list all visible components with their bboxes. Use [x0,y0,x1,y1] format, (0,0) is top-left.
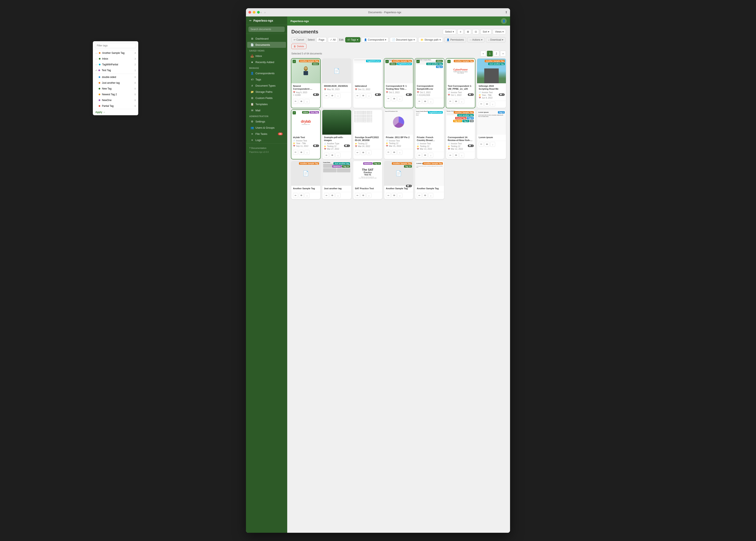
document-card[interactable]: Lorem ipsum Lorem ipsum dolor sit amet, … [477,110,506,159]
sidebar-item-settings[interactable]: ⚙ Settings [247,119,286,125]
user-avatar[interactable]: 👤 [501,18,507,24]
download-button[interactable]: ↓ [335,93,340,98]
sidebar-item-logs[interactable]: ≡ Logs [247,137,286,143]
download-button[interactable]: ↓ [428,193,433,198]
cancel-button[interactable]: ↩ Cancel [291,37,306,42]
document-card[interactable]: French Country Bread Revised Ingredients… [415,110,444,159]
download-button[interactable]: ↓ [397,150,402,155]
page-2-button[interactable]: 2 [494,51,499,57]
preview-button[interactable]: 👁 [392,96,397,101]
minimize-button[interactable] [253,11,255,14]
permissions-button[interactable]: 👤 Permissions [444,37,466,42]
preview-button[interactable]: 👁 [299,193,304,198]
document-card[interactable]: Serial Number Company Name... [415,59,444,108]
preview-button[interactable]: 👁 [454,153,458,158]
sidebar-item-tags[interactable]: 🏷 Tags [247,77,286,83]
download-button[interactable]: ↓ [335,193,340,198]
maximize-button[interactable] [257,11,260,14]
edit-button[interactable]: ✏ [386,96,391,101]
edit-button[interactable]: ✏ [324,153,329,158]
preview-button[interactable]: 👁 [330,93,335,98]
download-button[interactable]: ↓ [366,193,371,198]
preview-button[interactable]: 👁 [392,193,397,198]
page-1-button[interactable]: 1 [487,51,493,57]
close-button[interactable] [248,11,251,14]
edit-button[interactable]: ✏ [479,102,484,107]
doc-checkbox[interactable]: ✓ [416,60,420,63]
download-button[interactable]: ↓ [490,102,495,107]
preview-button[interactable]: 👁 [392,150,397,155]
preview-button[interactable]: 👁 [454,99,458,104]
tags-button[interactable]: 🏷 Tags ▾ [345,37,360,42]
preview-button[interactable]: 👁 [330,193,335,198]
sidebar-item-recently-added[interactable]: ★ Recently Added [247,59,286,65]
preview-button[interactable]: 👁 [423,99,428,104]
storage-path-button[interactable]: 📁 Storage path ▾ [418,37,443,42]
download-button[interactable]: ↓ Download ▾ [486,37,506,42]
sidebar-item-documents[interactable]: 📄 Documents [247,42,286,48]
download-button[interactable]: ↓ [305,150,309,155]
edit-button[interactable]: ✏ [355,193,360,198]
download-button[interactable]: ↓ [305,193,309,198]
preview-button[interactable]: 👁 [361,93,366,98]
edit-button[interactable]: ✏ [293,99,298,104]
preview-button[interactable]: 👁 [299,99,304,104]
document-card[interactable]: This is a test for the double space char… [353,110,382,159]
document-card[interactable]: TagWithPartial tablerates2 📅 Dec 11, 202… [353,59,382,108]
download-button[interactable]: ↓ [397,193,402,198]
edit-button[interactable]: ✏ [293,150,298,155]
grid-view-button[interactable]: ⊞ [465,29,471,34]
preview-button[interactable]: 👁 [484,102,489,107]
preview-button[interactable]: 👁 [361,150,366,155]
download-button[interactable]: ↓ [490,142,495,147]
document-card[interactable]: CyberPower PowerPanel® Business EditionU… [446,59,475,108]
document-card[interactable]: Country Region/State ✓ Another Sample Ta… [384,59,413,108]
back-button[interactable]: ‹ [260,10,262,14]
sidebar-item-users-groups[interactable]: 👥 Users & Groups [247,125,286,131]
edit-button[interactable]: ✏ [448,99,453,104]
preview-button[interactable]: 👁 [330,153,335,158]
preview-button[interactable]: 👁 [423,153,428,158]
doc-checkbox[interactable]: ✓ [293,60,296,63]
preview-button[interactable]: 👁 [299,150,304,155]
document-type-button[interactable]: 📄 Document type ▾ [390,37,417,42]
document-card[interactable]: 📄 Another Sample Tag Another Sample Tag … [291,161,320,199]
select-page-button[interactable]: Page [316,37,327,42]
download-button[interactable]: ↓ [428,153,433,158]
sidebar-item-mail[interactable]: ✉ Mail [247,107,286,113]
document-card[interactable]: 2sample-pdf-with-images 📄 Another Type 📁… [322,110,351,159]
search-input[interactable] [248,27,285,32]
preview-button[interactable]: 👁 [361,193,366,198]
doc-checkbox[interactable]: ✓ [385,60,389,63]
document-card[interactable]: Review of Articles... Another Sample Tag [446,110,475,159]
document-card[interactable]: 📄 Another Sample Tag Tag 12 Another Samp… [384,161,413,199]
edit-button[interactable]: ✏ [355,93,360,98]
document-card[interactable]: drylab drylabapp.com ✓ Inbox Test Tag dr… [291,110,320,159]
edit-button[interactable]: ✏ [448,153,453,158]
document-card[interactable]: Contact Sheet... Just another tag [322,161,351,199]
download-button[interactable]: ↓ [366,150,371,155]
delete-button[interactable]: 🗑 Delete [291,44,306,49]
edit-button[interactable]: ✏ [324,193,329,198]
edit-button[interactable]: ✏ [386,150,391,155]
edit-button[interactable]: ✏ [479,142,484,147]
preview-button[interactable]: 👁 [423,193,428,198]
views-button[interactable]: Views ▾ [493,29,506,34]
sidebar-item-correspondents[interactable]: 👤 Correspondents [247,70,286,76]
document-card[interactable]: Report BP Distribution 2011 Private: 201… [384,110,413,159]
edit-button[interactable]: ✏ [417,153,422,158]
download-button[interactable]: ↓ [428,99,433,104]
correspondent-button[interactable]: 👤 Correspondent ▾ [362,37,389,42]
download-button[interactable]: ↓ [459,99,464,104]
document-card[interactable]: Another Sample Tag Just another tag InDe… [477,59,506,108]
edit-button[interactable]: ✏ [417,99,422,104]
prev-page-button[interactable]: « [480,51,486,57]
sort-button[interactable]: Sort ▾ [480,29,491,34]
sidebar-item-templates[interactable]: 📋 Templates [247,101,286,107]
edit-button[interactable]: ✏ [355,150,360,155]
forward-button[interactable]: › [264,10,266,14]
select-button[interactable]: Select ▾ [443,29,456,34]
edit-button[interactable]: ✏ [417,193,422,198]
download-button[interactable]: ↓ [459,153,464,158]
sidebar-item-custom-fields[interactable]: ⊞ Custom Fields [247,95,286,101]
